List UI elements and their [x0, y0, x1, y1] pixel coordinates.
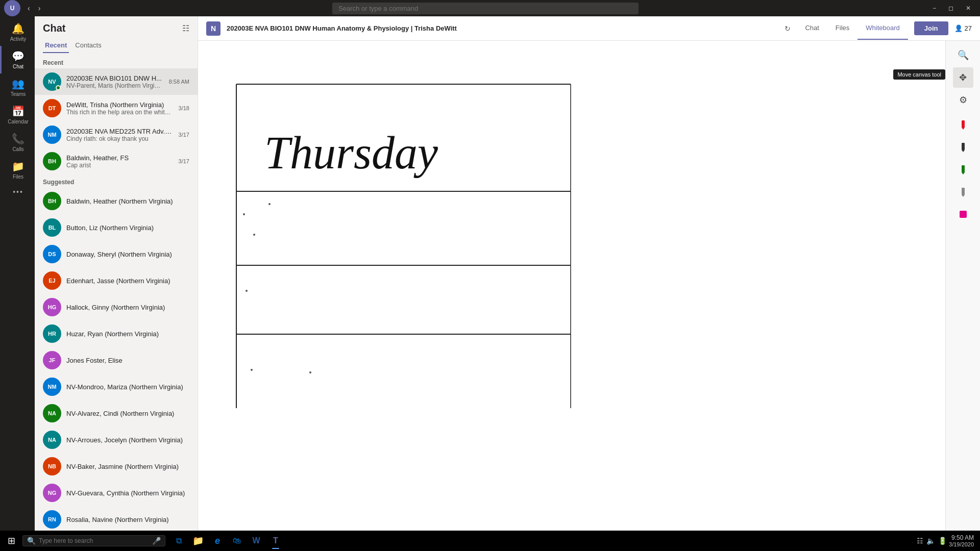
suggested-avatar-7: JF: [43, 351, 61, 369]
nav-buttons: ‹ ›: [24, 3, 43, 13]
suggested-info-2: Button, Liz (Northern Virginia): [66, 224, 189, 232]
teams-app[interactable]: T: [266, 532, 285, 550]
nav-item-calendar[interactable]: 📅 Calendar: [0, 101, 35, 129]
suggested-item-13[interactable]: RN Rosalia, Navine (Northern Virginia): [35, 506, 198, 531]
search-panel-button[interactable]: 🔍: [953, 45, 973, 65]
title-bar-left: U ‹ ›: [4, 0, 43, 16]
suggested-item-3[interactable]: DS Donaway, Sheryl (Northern Virginia): [35, 241, 198, 267]
suggested-avatar-8: NM: [43, 378, 61, 396]
taskview-app[interactable]: ⧉: [169, 532, 188, 550]
channel-tab-whiteboard[interactable]: Whiteboard: [857, 17, 908, 40]
explorer-app[interactable]: 📁: [189, 532, 207, 550]
chat-item-1[interactable]: NV 202003E NVA BIO101 DNW H... NV-Parent…: [35, 68, 198, 95]
close-button[interactable]: ✕: [961, 4, 976, 13]
green-pen-icon: [958, 164, 968, 174]
user-avatar[interactable]: U: [4, 0, 20, 16]
suggested-info-7: Jones Foster, Elise: [66, 357, 189, 364]
nav-rail: 🔔 Activity 💬 Chat 👥 Teams 📅 Calendar 📞 C…: [0, 16, 35, 531]
suggested-name-7: Jones Foster, Elise: [66, 357, 189, 364]
store-icon: 🛍: [233, 536, 241, 545]
teams-icon: 👥: [12, 78, 24, 90]
sidebar-tab-contacts[interactable]: Contacts: [73, 38, 103, 53]
channel-tab-chat[interactable]: Chat: [797, 17, 827, 40]
suggested-info-13: Rosalia, Navine (Northern Virginia): [66, 516, 189, 523]
restore-button[interactable]: ◻: [943, 4, 959, 13]
taskbar-search[interactable]: 🔍 🎤: [22, 535, 165, 546]
svg-marker-20: [962, 195, 965, 197]
suggested-item-8[interactable]: NM NV-Mondroo, Mariza (Northern Virginia…: [35, 373, 198, 400]
store-app[interactable]: 🛍: [228, 532, 246, 550]
calls-label: Calls: [12, 146, 23, 152]
suggested-info-5: Hallock, Ginny (Northern Virginia): [66, 304, 189, 311]
join-button[interactable]: Join: [914, 21, 948, 35]
gray-pen-button[interactable]: [953, 182, 973, 202]
suggested-item-2[interactable]: BL Button, Liz (Northern Virginia): [35, 214, 198, 241]
suggested-name-3: Donaway, Sheryl (Northern Virginia): [66, 251, 189, 258]
whiteboard-container: Thursday: [198, 41, 980, 531]
whiteboard-area[interactable]: Thursday: [198, 41, 945, 531]
suggested-item-5[interactable]: HG Hallock, Ginny (Northern Virginia): [35, 294, 198, 320]
system-icons: ☷ 🔈 🔋: [917, 537, 947, 545]
sidebar-tab-recent[interactable]: Recent: [43, 38, 69, 53]
chat-list: NV 202003E NVA BIO101 DNW H... NV-Parent…: [35, 68, 198, 531]
suggested-item-11[interactable]: NB NV-Baker, Jasmine (Northern Virginia): [35, 453, 198, 480]
title-search-container: [332, 3, 639, 14]
chat-item-3[interactable]: NM 202003E NVA MED225 NTR Adv. Proce... …: [35, 121, 198, 148]
teams-label: Teams: [11, 91, 26, 97]
nav-item-calls[interactable]: 📞 Calls: [0, 129, 35, 156]
content-area: N 202003E NVA BIO101 DNW Human Anatomy &…: [198, 16, 980, 531]
channel-tab-files[interactable]: Files: [827, 17, 857, 40]
taskbar-search-input[interactable]: [39, 537, 149, 544]
speaker-icon: 🔈: [926, 537, 935, 545]
nav-item-teams[interactable]: 👥 Teams: [0, 73, 35, 101]
activity-icon: 🔔: [12, 22, 24, 35]
suggested-info-8: NV-Mondroo, Mariza (Northern Virginia): [66, 383, 189, 391]
teams-taskbar-icon: T: [273, 536, 278, 545]
edge-app[interactable]: e: [208, 532, 227, 550]
suggested-avatar-4: EJ: [43, 271, 61, 290]
nav-forward-button[interactable]: ›: [35, 3, 44, 13]
suggested-avatar-9: NA: [43, 404, 61, 422]
suggested-item-6[interactable]: HR Huzar, Ryan (Northern Virginia): [35, 320, 198, 347]
network-icon: ☷: [917, 537, 923, 545]
suggested-item-7[interactable]: JF Jones Foster, Elise: [35, 347, 198, 373]
suggested-info-12: NV-Guevara, Cynthia (Northern Virginia): [66, 489, 189, 497]
suggested-item-1[interactable]: BH Baldwin, Heather (Northern Virginia): [35, 188, 198, 214]
dark-pen-button[interactable]: [953, 137, 973, 157]
suggested-item-12[interactable]: NG NV-Guevara, Cynthia (Northern Virgini…: [35, 480, 198, 506]
chat-info-1: 202003E NVA BIO101 DNW H... NV-Parent, M…: [66, 74, 164, 89]
minimize-button[interactable]: −: [927, 4, 941, 13]
nav-back-button[interactable]: ‹: [24, 3, 33, 13]
participants-icon: 👤: [954, 24, 963, 32]
nav-item-chat[interactable]: 💬 Chat: [0, 46, 35, 73]
sidebar: Chat ☷ Recent Contacts Recent NV 202003E…: [35, 16, 198, 531]
filter-button[interactable]: ☷: [182, 23, 189, 33]
chat-label: Chat: [13, 64, 23, 69]
avatar-4: BH: [43, 152, 61, 170]
nav-item-activity[interactable]: 🔔 Activity: [0, 18, 35, 46]
pink-color-button[interactable]: [953, 204, 973, 224]
start-button[interactable]: ⊞: [2, 532, 20, 550]
svg-point-7: [243, 213, 245, 215]
taskbar-apps: ⧉ 📁 e 🛍 W T: [169, 532, 285, 550]
chat-item-2[interactable]: DT DeWitt, Trisha (Northern Virginia) Th…: [35, 95, 198, 121]
refresh-icon[interactable]: ↻: [785, 24, 791, 33]
chat-item-4[interactable]: BH Baldwin, Heather, FS Cap arist 3/17: [35, 148, 198, 174]
dark-pen-icon: [958, 142, 968, 152]
move-canvas-button[interactable]: ✥: [953, 67, 973, 88]
suggested-avatar-5: HG: [43, 298, 61, 316]
nav-item-files[interactable]: 📁 Files: [0, 156, 35, 184]
channel-header: N 202003E NVA BIO101 DNW Human Anatomy &…: [198, 16, 980, 41]
suggested-item-4[interactable]: EJ Edenhart, Jasse (Northern Virginia): [35, 267, 198, 294]
red-pen-button[interactable]: [953, 114, 973, 135]
nav-item-more[interactable]: •••: [0, 184, 35, 200]
chat-name-4: Baldwin, Heather, FS: [66, 154, 174, 162]
green-pen-button[interactable]: [953, 159, 973, 180]
command-search-input[interactable]: [332, 3, 639, 14]
participants-button[interactable]: 👤 27: [954, 24, 972, 32]
whiteboard-svg: Thursday: [198, 41, 945, 531]
suggested-item-9[interactable]: NA NV-Alvarez, Cindi (Northern Virginia): [35, 400, 198, 427]
word-app[interactable]: W: [247, 532, 265, 550]
gear-panel-button[interactable]: ⚙: [953, 90, 973, 110]
suggested-item-10[interactable]: NA NV-Arroues, Jocelyn (Northern Virgini…: [35, 427, 198, 453]
